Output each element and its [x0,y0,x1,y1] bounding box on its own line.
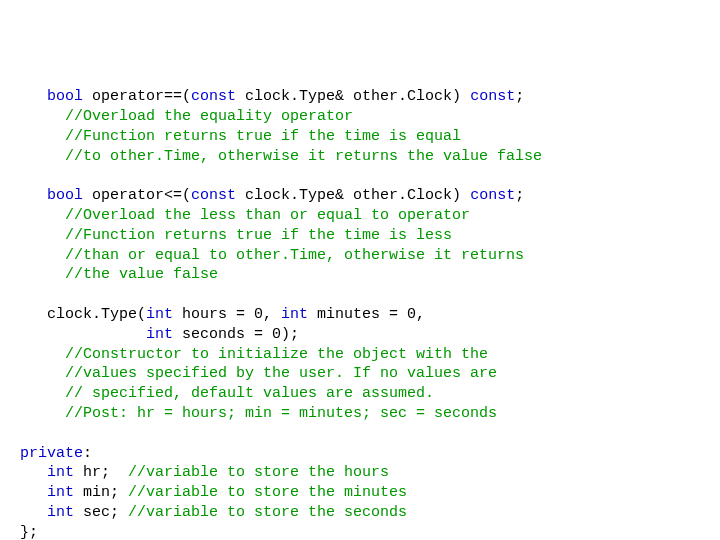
code-token: //Overload the less than or equal to ope… [65,207,470,224]
code-token: const [470,187,515,204]
code-token: //variable to store the minutes [128,484,407,501]
code-token: const [191,187,236,204]
code-token: int [47,484,74,501]
code-token: //the value false [65,266,218,283]
code-token: //Function returns true if the time is l… [65,227,452,244]
code-token: const [191,88,236,105]
code-token: //Function returns true if the time is e… [65,128,461,145]
code-token: int [47,504,74,521]
code-token: const [470,88,515,105]
code-token: bool [47,88,83,105]
code-token: //than or equal to other.Time, otherwise… [65,247,524,264]
code-token: //Constructor to initialize the object w… [65,346,488,363]
code-token: private [20,445,83,462]
code-token: // specified, default values are assumed… [65,385,434,402]
code-token: int [146,326,173,343]
code-token: int [47,464,74,481]
code-token: //to other.Time, otherwise it returns th… [65,148,542,165]
code-token: int [146,306,173,323]
code-token: int [281,306,308,323]
code-token: bool [47,187,83,204]
code-token: //Post: hr = hours; min = minutes; sec =… [65,405,497,422]
code-token: //Overload the equality operator [65,108,353,125]
code-block: bool operator==(const clock.Type& other.… [20,87,720,540]
code-token: //variable to store the seconds [128,504,407,521]
code-token: //values specified by the user. If no va… [65,365,497,382]
code-token: //variable to store the hours [128,464,389,481]
